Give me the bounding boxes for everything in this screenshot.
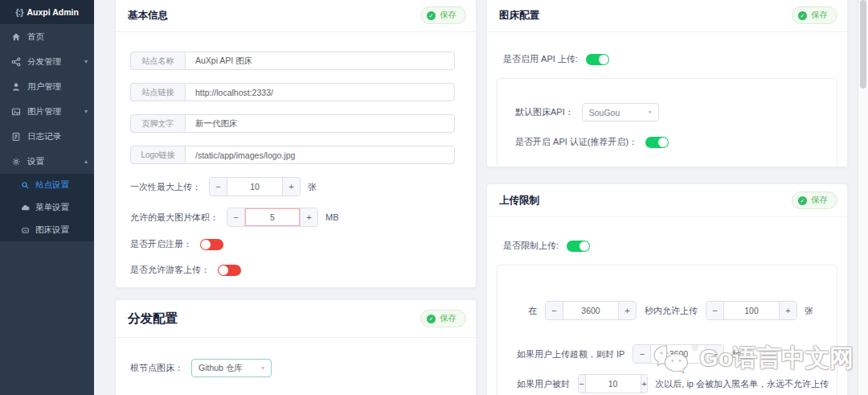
increase-button[interactable]: + [641, 375, 648, 393]
max-size-unit: MB [326, 212, 339, 222]
upload-limit-title: 上传限制 [499, 194, 539, 208]
scrollbar[interactable] [858, 0, 868, 395]
chevron-down-icon: ▾ [84, 58, 88, 65]
rate-seconds-input[interactable] [563, 302, 618, 319]
rate-limit-mid-label: 秒内允许上传 [645, 305, 698, 317]
picture-icon [11, 107, 21, 117]
decrease-button[interactable]: − [706, 302, 724, 319]
scrollbar-thumb[interactable] [860, 0, 866, 88]
default-api-select-value: SouGou [589, 108, 620, 117]
sidebar-item-dispatch[interactable]: 分发管理 ▾ [0, 49, 94, 74]
imgbed-config-card: 图床配置 ✓ 保存 是否启用 API 上传: 默认图床API： SouGou [486, 0, 848, 167]
app-window: {:} Auxpi Admin 首页 分发管理 ▾ 用户管理 [0, 0, 868, 395]
increase-button[interactable]: + [618, 302, 636, 319]
sidebar-item-settings[interactable]: 设置 ▴ [0, 149, 94, 174]
decrease-button[interactable]: − [579, 375, 586, 393]
site-name-input[interactable] [185, 51, 455, 70]
sidebar-item-logs[interactable]: 日志记录 [0, 124, 94, 149]
sidebar-subitem-label: 图床设置 [35, 224, 69, 236]
site-name-field-group: 站点名称 [130, 51, 455, 70]
api-auth-toggle-label: 是否开启 API 认证(推荐开启)： [515, 136, 637, 148]
auxpi-logo-icon: {:} [15, 7, 23, 17]
upload-limit-card: 上传限制 ✓ 保存 是否限制上传: 在 − [486, 183, 848, 395]
api-auth-toggle[interactable] [645, 137, 669, 148]
ban-ip-pre-label: 如果用户上传超额，则封 IP [517, 348, 624, 360]
home-icon [11, 32, 21, 42]
site-name-label: 站点名称 [130, 51, 185, 70]
max-size-input[interactable] [245, 208, 300, 226]
chevron-up-icon: ▴ [84, 158, 88, 165]
dispatch-config-title: 分发配置 [128, 311, 178, 327]
root-node-select-value: Github 仓库 [199, 363, 243, 374]
logo-url-input[interactable] [185, 146, 455, 164]
increase-button[interactable]: + [282, 178, 300, 195]
sidebar-item-home[interactable]: 首页 [0, 24, 94, 49]
cloud-icon [21, 204, 30, 212]
site-url-input[interactable] [185, 83, 455, 101]
image-bed-icon [21, 226, 30, 235]
footer-text-field-group: 页脚文字 [130, 114, 455, 133]
default-api-label: 默认图床API： [515, 106, 574, 118]
rate-count-stepper: − + [706, 301, 797, 320]
footer-text-input[interactable] [185, 114, 455, 133]
increase-button[interactable]: + [706, 345, 723, 363]
site-url-field-group: 站点链接 [130, 83, 455, 101]
max-upload-unit: 张 [308, 181, 317, 193]
sidebar-item-label: 图片管理 [27, 106, 61, 117]
api-upload-toggle[interactable] [586, 54, 609, 65]
rate-limit-pre-label: 在 [528, 305, 537, 317]
toggle-knob [219, 265, 228, 275]
increase-button[interactable]: + [300, 208, 317, 226]
dispatch-save-button[interactable]: ✓ 保存 [420, 310, 466, 327]
document-icon [11, 132, 21, 142]
blacklist-pre-label: 如果用户被封 [517, 378, 570, 390]
toggle-knob [579, 241, 589, 251]
save-button-label: 保存 [811, 10, 828, 21]
save-button-label: 保存 [811, 195, 828, 206]
share-icon [11, 57, 21, 67]
dispatch-config-card: 分发配置 ✓ 保存 根节点图床： Github 仓库 ▾ [115, 299, 477, 395]
imgbed-config-title: 图床配置 [499, 9, 539, 23]
sidebar-subitem-menu-settings[interactable]: 菜单设置 [0, 196, 94, 219]
decrease-button[interactable]: − [227, 208, 245, 226]
register-toggle-label: 是否开启注册： [130, 238, 192, 250]
increase-button[interactable]: + [779, 302, 796, 319]
footer-text-label: 页脚文字 [130, 114, 185, 133]
upload-limit-save-button[interactable]: ✓ 保存 [792, 191, 837, 209]
ban-ip-unit: 秒 [731, 348, 740, 360]
sidebar-item-label: 用户管理 [27, 81, 61, 93]
app-logo: {:} Auxpi Admin [0, 0, 94, 24]
logo-url-label: Logo链接 [130, 146, 185, 164]
rate-count-input[interactable] [724, 302, 779, 319]
ban-seconds-input[interactable] [651, 345, 706, 363]
decrease-button[interactable]: − [210, 178, 227, 195]
imgbed-save-button[interactable]: ✓ 保存 [792, 6, 837, 24]
decrease-button[interactable]: − [633, 345, 651, 363]
max-size-label: 允许的最大图片体积： [130, 212, 219, 224]
max-upload-input[interactable] [227, 178, 282, 195]
guest-upload-toggle[interactable] [218, 265, 241, 276]
site-url-label: 站点链接 [130, 83, 185, 101]
sidebar-item-label: 设置 [27, 156, 44, 167]
sidebar-item-images[interactable]: 图片管理 ▾ [0, 99, 94, 124]
save-button-label: 保存 [440, 10, 457, 21]
sidebar-subitem-imgbed-settings[interactable]: 图床设置 [0, 219, 94, 241]
upload-limit-inner-panel: 在 − + 秒内允许上传 − + 张 [497, 265, 837, 395]
register-toggle[interactable] [200, 239, 223, 250]
decrease-button[interactable]: − [546, 302, 563, 319]
sidebar-subitem-site-settings[interactable]: 站点设置 [0, 174, 94, 196]
save-button-label: 保存 [440, 313, 457, 324]
api-upload-toggle-label: 是否启用 API 上传: [503, 53, 578, 65]
sidebar-item-label: 首页 [27, 31, 44, 43]
limit-upload-toggle[interactable] [567, 241, 590, 252]
default-api-select[interactable]: SouGou ▾ [582, 103, 659, 121]
basic-info-save-button[interactable]: ✓ 保存 [420, 6, 466, 24]
settings-submenu: 站点设置 菜单设置 图床设置 [0, 174, 94, 241]
check-icon: ✓ [798, 196, 807, 205]
blacklist-count-input[interactable] [586, 375, 641, 393]
gear-icon [11, 157, 21, 167]
root-node-select[interactable]: Github 仓库 ▾ [191, 359, 272, 377]
sidebar-item-users[interactable]: 用户管理 [0, 74, 94, 99]
max-size-stepper: − + [227, 208, 318, 227]
chevron-down-icon: ▾ [84, 108, 88, 115]
